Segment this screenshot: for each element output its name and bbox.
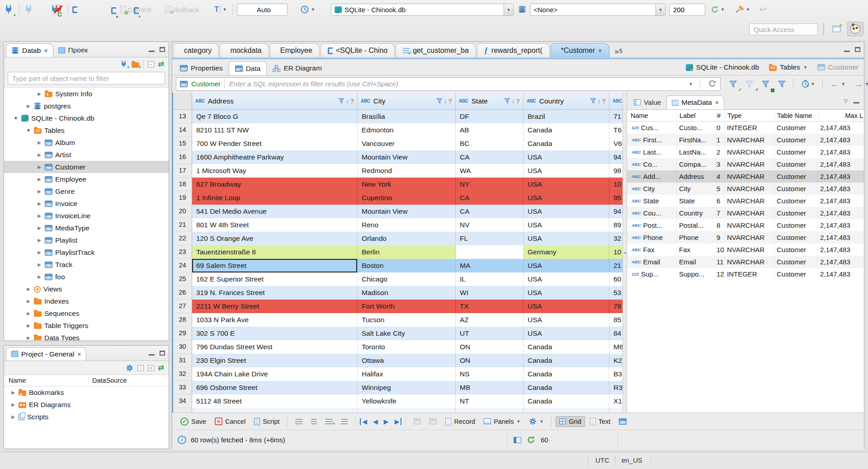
data-row[interactable]: 15 700 W Pender Street Vancouver BC Cana… [173, 137, 623, 150]
collapse-all-button[interactable] [137, 365, 144, 371]
cell-city[interactable]: Chicago [358, 272, 456, 286]
tree-item[interactable]: Playlist [4, 234, 169, 246]
cell-country[interactable]: USA [524, 286, 609, 300]
cell-city[interactable]: Yellowknife [358, 394, 456, 408]
cell-state[interactable]: MB [456, 381, 524, 394]
expander-icon[interactable] [26, 286, 31, 291]
cell-type[interactable]: NVARCHAR [725, 219, 774, 231]
column-header[interactable]: ABC State [456, 93, 524, 109]
data-row[interactable]: 25 162 E Superior Street Chicago IL USA … [173, 272, 623, 286]
tree-item[interactable]: MediaType [4, 222, 169, 234]
tree-item[interactable]: Track [4, 258, 169, 271]
tab-database-navigator[interactable]: Datab [6, 43, 53, 57]
cell-ordinal[interactable]: 1 [717, 134, 725, 146]
data-row[interactable]: 30 796 Dundas Street West Toronto ON Can… [173, 340, 623, 354]
refresh-fetch-button[interactable] [711, 3, 725, 16]
cell-max-length[interactable]: 2,147,483 [818, 146, 864, 158]
result-panel-icon[interactable] [514, 437, 521, 443]
column-header[interactable]: ABC Country [524, 93, 609, 109]
tree-item[interactable]: Views [4, 283, 169, 295]
expander-icon[interactable] [37, 274, 42, 279]
cell-city[interactable]: Fort Worth [358, 300, 456, 313]
quick-access-search[interactable] [749, 23, 818, 35]
cell-city[interactable]: Tucson [358, 313, 456, 327]
cell-ordinal[interactable]: 3 [717, 158, 725, 170]
cell-max-length[interactable]: 2,147,483 [818, 195, 864, 207]
cell-label[interactable]: Compa... [677, 158, 717, 170]
cell-max-length[interactable]: 2,147,483 [818, 183, 864, 195]
cell-state[interactable]: IL [456, 272, 524, 286]
row-number[interactable]: 25 [173, 272, 192, 286]
quick-access-input[interactable] [749, 23, 818, 35]
expander-icon[interactable] [26, 311, 31, 316]
cell-city[interactable]: Boston [358, 259, 456, 272]
navigator-filter-input[interactable] [8, 75, 165, 82]
expander-icon[interactable] [37, 225, 42, 230]
row-number[interactable]: 34 [173, 394, 192, 408]
cell-city[interactable]: Toronto [358, 340, 456, 354]
cell-label[interactable]: Custo... [677, 122, 717, 134]
cell-ordinal[interactable]: 6 [717, 195, 725, 207]
cell-name[interactable]: ABCFirst... [627, 134, 677, 146]
expander-icon[interactable] [37, 189, 42, 194]
cell-type[interactable]: NVARCHAR [725, 231, 774, 244]
data-row[interactable]: 19 1 Infinite Loop Cupertino CA USA 95 [173, 191, 623, 205]
column-number[interactable]: # [717, 112, 725, 119]
connection-select[interactable]: SQLite - Chinook.db [331, 4, 514, 16]
row-number[interactable]: 18 [173, 178, 192, 191]
sort-icon[interactable] [444, 98, 447, 104]
chevron-down-icon[interactable] [803, 65, 807, 70]
cell-postalcode[interactable]: B3 [609, 367, 623, 381]
cell-postalcode[interactable]: R3 [609, 381, 623, 394]
cell-postalcode[interactable]: X1 [609, 394, 623, 408]
navigator-filter[interactable] [8, 72, 165, 84]
row-number[interactable]: 26 [173, 286, 192, 300]
column-name[interactable]: Name [627, 112, 677, 119]
cell-table-name[interactable]: Customer [774, 183, 818, 195]
cell-city[interactable]: Brasília [358, 110, 456, 123]
cell-city[interactable]: Redmond [358, 164, 456, 178]
row-number[interactable]: 31 [173, 354, 192, 367]
filter-history-dropdown[interactable] [685, 82, 696, 86]
commit-button[interactable]: ▣ Commit [120, 3, 151, 16]
tab-project-general[interactable]: Project - General [6, 347, 86, 361]
expander-icon[interactable] [26, 103, 31, 108]
cell-country[interactable]: Canada [524, 367, 609, 381]
fetch-size-value[interactable] [670, 4, 705, 15]
transaction-log-button[interactable] [300, 3, 315, 16]
collapse-all-button[interactable] [148, 61, 154, 67]
data-row[interactable]: 34 5112 48 Street Yellowknife NT Canada … [173, 394, 623, 408]
cell-country[interactable]: USA [524, 178, 609, 191]
cell-country[interactable]: Canada [524, 394, 609, 408]
refresh-icon[interactable] [527, 436, 535, 444]
row-number[interactable]: 17 [173, 164, 192, 178]
close-icon[interactable] [44, 47, 47, 54]
tree-item[interactable]: Indexes [4, 295, 169, 307]
tree-item[interactable]: Table Triggers [4, 319, 169, 332]
previous-row-button[interactable] [371, 418, 380, 425]
cell-ordinal[interactable]: 12 [717, 268, 725, 280]
cell-type[interactable]: NVARCHAR [725, 244, 774, 256]
tab-overflow-button[interactable]: 5 [615, 48, 623, 54]
cell-state[interactable]: CA [456, 191, 524, 205]
data-row[interactable]: 31 230 Elgin Street Ottawa ON Canada K2 [173, 354, 623, 367]
editor-tab[interactable]: Employee [270, 43, 320, 57]
cell-address[interactable]: 796 Dundas Street West [192, 340, 358, 354]
cell-name[interactable]: ABCLast... [627, 146, 677, 158]
tree-item[interactable]: Invoice [4, 197, 169, 210]
data-row[interactable]: 17 1 Microsoft Way Redmond WA USA 98 [173, 164, 623, 178]
cell-max-length[interactable]: 2,147,483 [818, 256, 864, 268]
cell-max-length[interactable]: 2,147,483 [818, 207, 864, 219]
data-row[interactable]: 28 1033 N Park Ave Tucson AZ USA 85 [173, 313, 623, 327]
close-icon[interactable] [77, 351, 81, 358]
sort-icon[interactable] [598, 98, 601, 104]
metadata-row[interactable]: ABCEmail Email 11 NVARCHAR Customer 2,14… [627, 256, 864, 268]
cell-address[interactable]: 230 Elgin Street [192, 354, 358, 367]
cell-state[interactable]: FL [456, 232, 524, 245]
cell-table-name[interactable]: Customer [774, 244, 818, 256]
cell-max-length[interactable]: 2,147,483 [818, 170, 864, 183]
data-row[interactable]: 27 2211 W Berry Street Fort Worth TX USA… [173, 300, 623, 313]
cell-ordinal[interactable]: 0 [717, 122, 725, 134]
cell-ordinal[interactable]: 7 [717, 207, 725, 219]
dbeaver-perspective-button[interactable] [847, 22, 863, 36]
